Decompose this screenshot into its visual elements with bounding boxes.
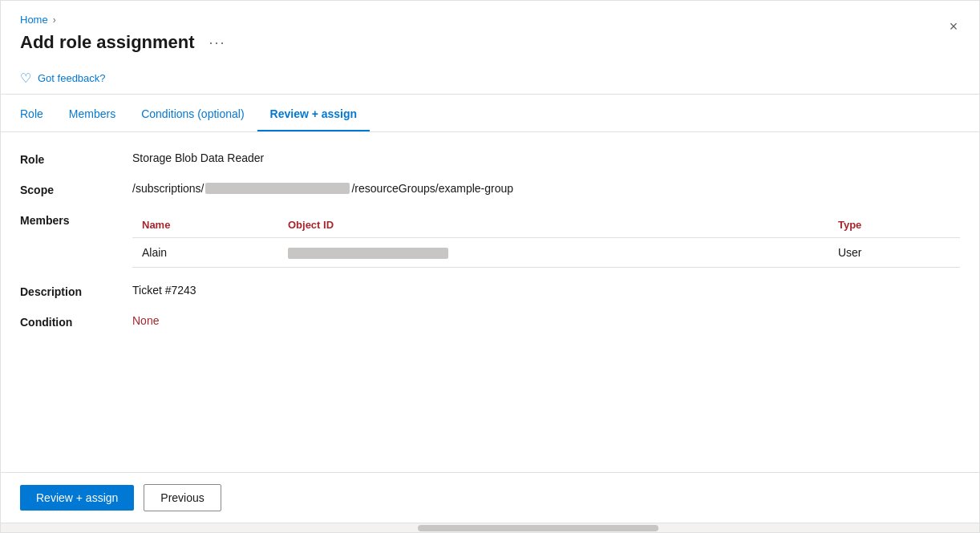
tab-review[interactable]: Review + assign (257, 98, 371, 131)
table-row: Alain User (132, 238, 960, 268)
breadcrumb: Home › (20, 14, 960, 26)
scrollbar-area (1, 523, 979, 532)
scope-suffix: /resourceGroups/example-group (351, 182, 513, 195)
scope-redacted-id (205, 183, 350, 194)
footer: Review + assign Previous (1, 472, 979, 523)
members-label: Members (20, 212, 132, 227)
members-field-row: Members Name Object ID Type Alain (20, 212, 960, 268)
role-value: Storage Blob Data Reader (132, 151, 960, 164)
role-label: Role (20, 151, 132, 166)
heart-icon: ♡ (20, 71, 31, 86)
member-object-id (278, 238, 828, 268)
description-field-row: Description Ticket #7243 (20, 284, 960, 298)
feedback-bar: ♡ Got feedback? (1, 63, 979, 95)
scrollbar-track[interactable] (418, 525, 658, 531)
title-row: Add role assignment ··· (20, 32, 960, 53)
tab-members[interactable]: Members (56, 98, 128, 131)
condition-value: None (132, 314, 960, 327)
tab-conditions[interactable]: Conditions (optional) (128, 98, 257, 131)
review-assign-button[interactable]: Review + assign (20, 485, 134, 511)
members-table-header-row: Name Object ID Type (132, 212, 960, 238)
condition-label: Condition (20, 314, 132, 329)
col-header-type: Type (828, 212, 960, 238)
tab-role[interactable]: Role (20, 98, 56, 131)
breadcrumb-separator: › (53, 14, 56, 26)
panel-header: Home › Add role assignment ··· × (1, 1, 979, 63)
col-header-object-id: Object ID (278, 212, 828, 238)
page-title: Add role assignment (20, 32, 195, 53)
previous-button[interactable]: Previous (144, 484, 221, 511)
description-label: Description (20, 284, 132, 298)
scope-value: /subscriptions/ /resourceGroups/example-… (132, 182, 513, 195)
role-field-row: Role Storage Blob Data Reader (20, 151, 960, 166)
condition-field-row: Condition None (20, 314, 960, 329)
member-type: User (828, 238, 960, 268)
members-section: Name Object ID Type Alain User (132, 212, 960, 268)
breadcrumb-home[interactable]: Home (20, 14, 48, 26)
more-options-button[interactable]: ··· (205, 33, 231, 53)
close-button[interactable]: × (941, 14, 966, 39)
scope-field-row: Scope /subscriptions/ /resourceGroups/ex… (20, 182, 960, 196)
object-id-redacted (288, 248, 448, 259)
tab-bar: Role Members Conditions (optional) Revie… (1, 98, 979, 132)
description-value: Ticket #7243 (132, 284, 960, 297)
close-icon: × (950, 18, 958, 35)
panel: Home › Add role assignment ··· × ♡ Got f… (0, 0, 980, 533)
scope-prefix: /subscriptions/ (132, 182, 204, 195)
members-table: Name Object ID Type Alain User (132, 212, 960, 268)
feedback-link[interactable]: Got feedback? (38, 72, 106, 84)
scope-label: Scope (20, 182, 132, 196)
member-name: Alain (132, 238, 278, 268)
col-header-name: Name (132, 212, 278, 238)
content-area: Role Storage Blob Data Reader Scope /sub… (1, 132, 979, 472)
